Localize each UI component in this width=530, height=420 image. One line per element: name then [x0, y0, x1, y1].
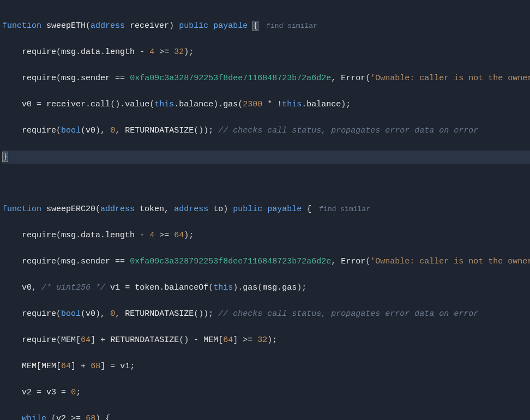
code-line[interactable]: require(msg.data.length - 4 >= 64); [2, 229, 530, 242]
keyword-type: address [91, 21, 125, 31]
address-literal: 0xfa09c3a328792253f8dee7116848723b72a6d2… [130, 257, 331, 266]
find-similar-link[interactable]: find similar [319, 205, 370, 213]
code-line[interactable]: v0, /* uint256 */ v1 = token.balanceOf(t… [2, 281, 530, 295]
comment: // checks call status, propagates error … [218, 126, 478, 135]
code-line[interactable]: function sweepERC20(address token, addre… [2, 203, 530, 216]
code-line[interactable]: require(msg.sender == 0xfa09c3a328792253… [2, 72, 530, 85]
keyword-while: while [22, 414, 46, 420]
address-literal: 0xfa09c3a328792253f8dee7116848723b72a6d2… [130, 74, 331, 83]
code-line[interactable]: v0 = receiver.call().value(this.balance)… [2, 98, 530, 111]
string-literal: 'Ownable: caller is not the owner' [370, 257, 530, 266]
param: receiver [130, 21, 169, 31]
find-similar-link[interactable]: find similar [266, 22, 317, 30]
function-name: sweepERC20 [46, 205, 95, 214]
code-line[interactable]: function sweepETH(address receiver) publ… [2, 20, 530, 33]
keyword-function: function [2, 21, 41, 31]
code-line[interactable]: while (v2 >= 68) { [2, 412, 530, 420]
code-line[interactable]: require(bool(v0), 0, RETURNDATASIZE()); … [2, 124, 530, 137]
code-line[interactable]: require(MEM[64] + RETURNDATASIZE() - MEM… [2, 334, 530, 347]
code-editor[interactable]: function sweepETH(address receiver) publ… [0, 7, 530, 420]
keyword-payable: payable [213, 21, 248, 31]
blank-line [2, 177, 530, 190]
brace-close: } [2, 152, 8, 162]
code-line[interactable]: v2 = v3 = 0; [2, 386, 530, 399]
code-line-active[interactable]: } [2, 151, 530, 164]
function-name: sweepETH [46, 21, 86, 31]
comment: // checks call status, propagates error … [218, 309, 478, 319]
brace-open: { [252, 21, 258, 31]
code-line[interactable]: require(msg.data.length - 4 >= 32); [2, 46, 530, 59]
string-literal: 'Ownable: caller is not the owner' [370, 74, 530, 83]
code-line[interactable]: MEM[MEM[64] + 68] = v1; [2, 360, 530, 373]
code-line[interactable]: require(msg.sender == 0xfa09c3a328792253… [2, 255, 530, 268]
keyword-public: public [179, 21, 208, 31]
code-line[interactable]: require(bool(v0), 0, RETURNDATASIZE()); … [2, 308, 530, 321]
require-call: require [22, 47, 56, 57]
comment: /* uint256 */ [41, 283, 105, 292]
